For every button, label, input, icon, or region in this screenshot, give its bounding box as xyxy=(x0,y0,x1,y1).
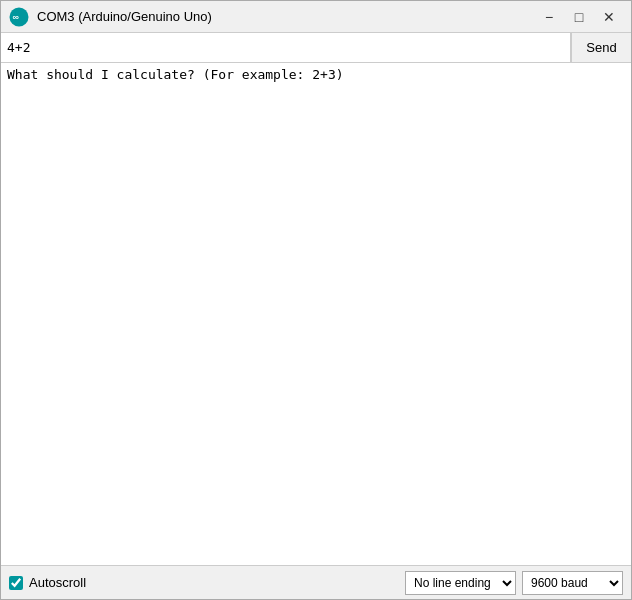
minimize-button[interactable]: − xyxy=(535,6,563,28)
window-controls: − □ ✕ xyxy=(535,6,623,28)
autoscroll-checkbox[interactable] xyxy=(9,576,23,590)
autoscroll-label[interactable]: Autoscroll xyxy=(29,575,86,590)
line-ending-dropdown[interactable]: No line ending Newline Carriage return B… xyxy=(405,571,516,595)
svg-text:∞: ∞ xyxy=(13,12,20,22)
send-button[interactable]: Send xyxy=(571,33,631,62)
status-bar: Autoscroll No line ending Newline Carria… xyxy=(1,565,631,599)
close-button[interactable]: ✕ xyxy=(595,6,623,28)
serial-input[interactable] xyxy=(1,33,571,62)
arduino-logo: ∞ xyxy=(9,7,29,27)
maximize-button[interactable]: □ xyxy=(565,6,593,28)
baud-rate-dropdown[interactable]: 300 baud 1200 baud 2400 baud 4800 baud 9… xyxy=(522,571,623,595)
input-row: Send xyxy=(1,33,631,63)
title-bar: ∞ COM3 (Arduino/Genuino Uno) − □ ✕ xyxy=(1,1,631,33)
serial-monitor-window: ∞ COM3 (Arduino/Genuino Uno) − □ ✕ Send … xyxy=(0,0,632,600)
window-title: COM3 (Arduino/Genuino Uno) xyxy=(37,9,535,24)
serial-output: What should I calculate? (For example: 2… xyxy=(1,63,631,565)
